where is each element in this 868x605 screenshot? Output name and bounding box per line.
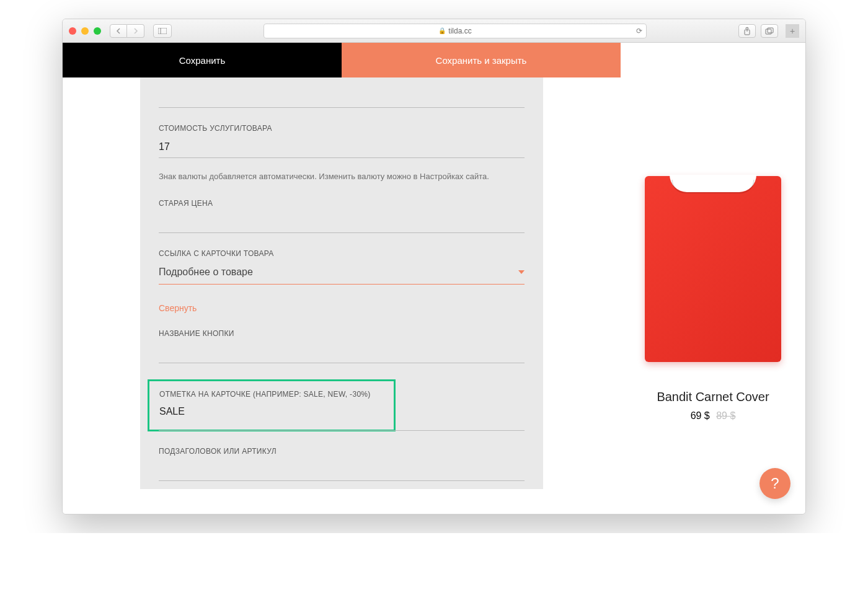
save-button[interactable]: Сохранить: [63, 43, 342, 77]
oldprice-input[interactable]: [159, 213, 525, 233]
collapse-link[interactable]: Свернуть: [159, 303, 525, 313]
svg-rect-3: [766, 29, 771, 34]
new-tab-button[interactable]: +: [786, 24, 799, 38]
modal-header: Сохранить Сохранить и закрыть: [63, 43, 621, 77]
mark-label: ОТМЕТКА НА КАРТОЧКЕ (НАПРИМЕР: SALE, NEW…: [159, 390, 384, 399]
price-old: 89 $: [716, 410, 735, 421]
product-case-visual: [645, 176, 781, 362]
link-select[interactable]: Подробнее о товаре: [159, 263, 525, 285]
back-button[interactable]: [110, 24, 127, 38]
page-content: Сохранить Сохранить и закрыть СТОИМОСТЬ …: [63, 43, 805, 514]
subtitle-input[interactable]: [159, 461, 525, 481]
description-input[interactable]: [159, 87, 525, 108]
form-panel: СТОИМОСТЬ УСЛУГИ/ТОВАРА Знак валюты доба…: [140, 77, 543, 489]
link-field: ССЫЛКА С КАРТОЧКИ ТОВАРА Подробнее о тов…: [159, 249, 525, 285]
address-bar[interactable]: 🔒 tilda.cc ⟳: [264, 24, 647, 38]
price-current: 69 $: [691, 410, 710, 421]
mark-field-highlight: ОТМЕТКА НА КАРТОЧКЕ (НАПРИМЕР: SALE, NEW…: [148, 379, 396, 431]
help-button[interactable]: ?: [760, 468, 790, 499]
close-window-icon[interactable]: [69, 27, 76, 35]
button-name-field: НАЗВАНИЕ КНОПКИ: [159, 329, 525, 363]
tabs-button[interactable]: [761, 24, 778, 38]
price-field: СТОИМОСТЬ УСЛУГИ/ТОВАРА: [159, 124, 525, 158]
preview-pane: Bandit Carnet Cover 69 $ 89 $: [621, 43, 805, 514]
browser-window: 🔒 tilda.cc ⟳ + Сохранить Сохранить и зак…: [62, 19, 806, 514]
nav-buttons: [110, 24, 144, 38]
reload-icon[interactable]: ⟳: [636, 27, 642, 35]
browser-chrome: 🔒 tilda.cc ⟳ +: [63, 19, 805, 43]
product-title: Bandit Carnet Cover: [657, 390, 769, 404]
product-image: [639, 161, 787, 378]
traffic-lights: [69, 27, 101, 35]
lock-icon: 🔒: [438, 27, 446, 34]
link-label: ССЫЛКА С КАРТОЧКИ ТОВАРА: [159, 249, 525, 258]
chrome-right: +: [738, 24, 799, 38]
form-scroll[interactable]: СТОИМОСТЬ УСЛУГИ/ТОВАРА Знак валюты доба…: [63, 77, 621, 514]
price-label: СТОИМОСТЬ УСЛУГИ/ТОВАРА: [159, 124, 525, 133]
minimize-window-icon[interactable]: [81, 27, 89, 35]
forward-button[interactable]: [127, 24, 144, 38]
product-price: 69 $ 89 $: [691, 410, 736, 422]
price-input[interactable]: [159, 138, 525, 158]
share-button[interactable]: [738, 24, 756, 38]
link-value: Подробнее о товаре: [159, 267, 253, 278]
editor-modal: Сохранить Сохранить и закрыть СТОИМОСТЬ …: [63, 43, 621, 514]
button-name-input[interactable]: [159, 343, 525, 363]
svg-rect-0: [158, 28, 167, 34]
oldprice-label: СТАРАЯ ЦЕНА: [159, 199, 525, 208]
save-close-button[interactable]: Сохранить и закрыть: [342, 43, 621, 77]
subtitle-label: ПОДЗАГОЛОВОК ИЛИ АРТИКУЛ: [159, 447, 525, 456]
url-host: tilda.cc: [448, 27, 471, 35]
button-name-label: НАЗВАНИЕ КНОПКИ: [159, 329, 525, 338]
sidebar-button[interactable]: [153, 24, 172, 38]
zoom-window-icon[interactable]: [94, 27, 101, 35]
mark-input[interactable]: [159, 402, 384, 422]
oldprice-field: СТАРАЯ ЦЕНА: [159, 199, 525, 233]
subtitle-field: ПОДЗАГОЛОВОК ИЛИ АРТИКУЛ: [159, 447, 525, 481]
price-hint: Знак валюты добавляется автоматически. И…: [159, 170, 525, 183]
svg-rect-4: [768, 28, 773, 33]
chevron-down-icon: [518, 270, 525, 274]
